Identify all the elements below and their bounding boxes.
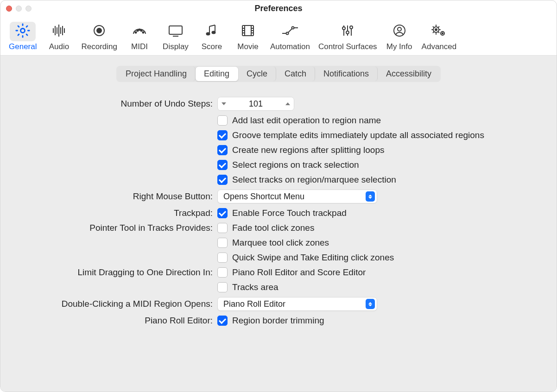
tab-my-info[interactable]: My Info xyxy=(382,20,417,54)
checkbox-label: Marquee tool click zones xyxy=(232,238,329,248)
sliders-icon xyxy=(340,24,355,40)
updown-icon xyxy=(366,299,375,309)
checkbox-region-border-trim[interactable] xyxy=(217,316,228,326)
person-circle-icon xyxy=(392,24,406,40)
svg-point-15 xyxy=(140,30,142,31)
automation-icon xyxy=(281,24,299,39)
subtab-project-handling[interactable]: Project Handling xyxy=(117,67,196,81)
checkbox-fade-tool[interactable] xyxy=(217,223,228,233)
svg-point-43 xyxy=(435,29,437,31)
checkbox-add-last-edit[interactable] xyxy=(217,115,228,126)
music-notes-icon xyxy=(204,24,220,40)
svg-rect-17 xyxy=(169,26,182,34)
chevron-down-icon xyxy=(222,102,226,105)
trackpad-label: Trackpad: xyxy=(13,208,217,218)
gear-icon xyxy=(15,23,31,41)
svg-point-13 xyxy=(137,30,138,31)
limit-drag-label: Limit Dragging to One Direction In: xyxy=(13,267,217,278)
checkbox-label: Fade tool click zones xyxy=(232,223,314,233)
svg-point-39 xyxy=(350,26,353,29)
subtab-catch[interactable]: Catch xyxy=(276,67,315,81)
tab-advanced[interactable]: Advanced xyxy=(418,20,461,54)
svg-point-38 xyxy=(346,31,349,34)
checkbox-tracks-area[interactable] xyxy=(217,282,228,292)
svg-point-41 xyxy=(398,27,401,31)
tab-display[interactable]: Display xyxy=(158,20,193,54)
checkbox-piano-score-editor[interactable] xyxy=(217,267,228,278)
svg-point-37 xyxy=(342,27,345,30)
checkbox-force-touch[interactable] xyxy=(217,208,228,218)
editing-panel: Project Handling Editing Cycle Catch Not… xyxy=(13,66,544,335)
waveform-icon xyxy=(50,24,68,40)
undo-steps-label: Number of Undo Steps: xyxy=(13,99,217,109)
checkbox-label: Select regions on track selection xyxy=(232,160,359,170)
checkbox-label: Create new regions after splitting loops xyxy=(232,145,384,155)
svg-point-22 xyxy=(212,31,215,33)
subtab-accessibility[interactable]: Accessibility xyxy=(378,67,440,81)
editing-form: Number of Undo Steps: 101 Add last edit … xyxy=(13,89,544,335)
film-icon xyxy=(241,24,255,40)
undo-steps-stepper[interactable]: 101 xyxy=(217,97,294,111)
svg-point-45 xyxy=(442,32,443,34)
titlebar: Preferences xyxy=(0,0,557,16)
tab-recording[interactable]: Recording xyxy=(77,20,121,54)
chevron-up-icon xyxy=(285,102,290,105)
midi-icon xyxy=(132,24,147,40)
tab-audio[interactable]: Audio xyxy=(41,20,76,54)
tab-movie[interactable]: Movie xyxy=(230,20,266,54)
tab-score[interactable]: Score xyxy=(194,20,229,54)
checkbox-select-tracks[interactable] xyxy=(217,175,228,185)
checkbox-label: Groove template edits immediately update… xyxy=(232,130,484,140)
tab-automation[interactable]: Automation xyxy=(266,20,314,54)
content-area: Project Handling Editing Cycle Catch Not… xyxy=(0,56,557,392)
svg-point-16 xyxy=(142,32,144,33)
tab-midi[interactable]: MIDI xyxy=(122,20,157,54)
svg-point-11 xyxy=(97,28,101,33)
sub-tabs: Project Handling Editing Cycle Catch Not… xyxy=(13,66,544,82)
svg-point-12 xyxy=(135,32,136,33)
svg-point-0 xyxy=(21,28,25,32)
checkbox-groove-template[interactable] xyxy=(217,130,228,140)
subtab-editing[interactable]: Editing xyxy=(196,67,238,81)
display-icon xyxy=(167,24,184,40)
checkbox-label: Tracks area xyxy=(232,282,278,292)
checkbox-label: Region border trimming xyxy=(232,316,324,326)
checkbox-select-regions[interactable] xyxy=(217,160,228,170)
record-icon xyxy=(92,24,106,40)
svg-point-14 xyxy=(139,29,140,30)
subtab-notifications[interactable]: Notifications xyxy=(315,67,378,81)
svg-point-33 xyxy=(291,26,294,29)
preferences-window: Preferences General Audio Recording xyxy=(0,0,557,392)
toolbar: General Audio Recording MIDI xyxy=(0,16,557,56)
checkbox-label: Select tracks on region/marquee selectio… xyxy=(232,175,396,185)
pointer-tool-label: Pointer Tool in Tracks Provides: xyxy=(13,223,217,233)
checkbox-label: Enable Force Touch trackpad xyxy=(232,208,347,218)
checkbox-label: Piano Roll Editor and Score Editor xyxy=(232,267,366,278)
checkbox-label: Add last edit operation to region name xyxy=(232,115,381,126)
svg-point-32 xyxy=(286,32,288,34)
gears-icon xyxy=(430,24,447,40)
double-click-select[interactable]: Piano Roll Editor xyxy=(217,297,377,311)
right-mouse-select[interactable]: Opens Shortcut Menu xyxy=(217,190,377,203)
window-title: Preferences xyxy=(0,4,557,13)
checkbox-quick-swipe[interactable] xyxy=(217,253,228,263)
updown-icon xyxy=(366,191,375,202)
double-click-label: Double-Clicking a MIDI Region Opens: xyxy=(13,299,217,309)
svg-point-21 xyxy=(206,32,209,35)
checkbox-label: Quick Swipe and Take Editing click zones xyxy=(232,253,394,263)
tab-control-surfaces[interactable]: Control Surfaces xyxy=(315,20,381,54)
tab-general[interactable]: General xyxy=(5,20,40,54)
subtab-cycle[interactable]: Cycle xyxy=(238,67,276,81)
checkbox-marquee-tool[interactable] xyxy=(217,238,228,248)
checkbox-new-regions-split[interactable] xyxy=(217,145,228,155)
piano-roll-editor-label: Piano Roll Editor: xyxy=(13,316,217,326)
right-mouse-label: Right Mouse Button: xyxy=(13,191,217,202)
